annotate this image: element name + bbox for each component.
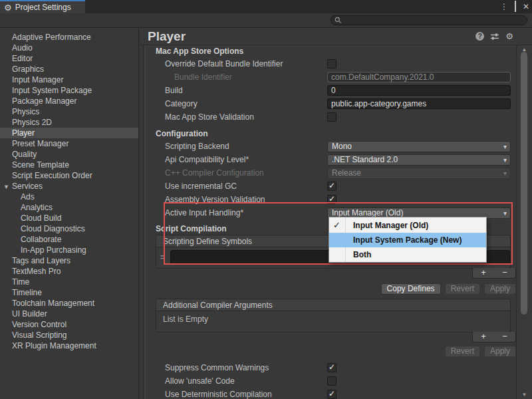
remove-argument-button[interactable]: −: [494, 332, 515, 342]
sidebar-item-version-control[interactable]: Version Control: [0, 319, 138, 330]
revert-button-2[interactable]: Revert: [445, 346, 480, 357]
sidebar-item-player[interactable]: Player: [0, 128, 138, 138]
sidebar-item-scene-template[interactable]: Scene Template: [0, 160, 138, 170]
sidebar-item-preset-manager[interactable]: Preset Manager: [0, 138, 138, 149]
sidebar-item-adaptive-performance[interactable]: Adaptive Performance: [0, 32, 138, 43]
sidebar-item-collaborate[interactable]: Collaborate: [0, 234, 138, 245]
menu-item-input-system-package-new[interactable]: Input System Package (New): [329, 233, 486, 247]
category-field[interactable]: public.app-category.games: [327, 98, 511, 109]
sidebar-item-label: UI Builder: [12, 309, 47, 319]
setting-row: Override Default Bundle Identifier: [140, 57, 516, 70]
field-label: Build: [165, 84, 183, 97]
scroll-down-icon[interactable]: ▼: [517, 392, 532, 398]
sidebar-item-label: Physics: [12, 107, 39, 116]
setting-row: Assembly Version Validation: [140, 193, 516, 206]
sidebar-item-textmesh-pro[interactable]: TextMesh Pro: [0, 266, 138, 277]
chevron-down-icon: ▾: [503, 155, 507, 165]
search-icon: [334, 17, 342, 24]
field-label: Allow 'unsafe' Code: [165, 374, 235, 388]
sidebar-item-ads[interactable]: Ads: [0, 192, 138, 202]
maximize-icon[interactable]: [515, 1, 516, 12]
bundle-identifier-field: com.DefaultCompany.2021.0: [327, 72, 511, 82]
sidebar-item-physics[interactable]: Physics: [0, 106, 138, 117]
section-configuration: Configuration: [140, 128, 516, 140]
sidebar-item-cloud-diagnostics[interactable]: Cloud Diagnostics: [0, 223, 138, 234]
mac-app-store-validation-checkbox[interactable]: [327, 112, 336, 122]
gear-icon[interactable]: ⚙: [505, 32, 513, 41]
sidebar-item-cloud-build[interactable]: Cloud Build: [0, 213, 138, 223]
scripting-backend-dropdown[interactable]: Mono▾: [327, 141, 511, 152]
sidebar-item-analytics[interactable]: Analytics: [0, 202, 138, 213]
sidebar-item-label: Cloud Diagnostics: [21, 224, 85, 233]
use-deterministic-compilation-checkbox[interactable]: [327, 390, 336, 399]
tab-title: Project Settings: [15, 3, 71, 12]
field-label: Use incremental GC: [165, 180, 237, 193]
sidebar-item-quality[interactable]: Quality: [0, 149, 138, 160]
foldout-arrow-icon[interactable]: ▼: [3, 182, 9, 192]
setting-row: Use Deterministic Compilation: [140, 388, 516, 399]
sidebar-item-input-manager[interactable]: Input Manager: [0, 74, 138, 85]
revert-button[interactable]: Revert: [445, 283, 480, 295]
drag-handle-icon[interactable]: =: [160, 253, 165, 262]
project-settings-window: ⚙ Project Settings ⋮ ✕ Adaptive Performa…: [0, 0, 532, 399]
sidebar-item-visual-scripting[interactable]: Visual Scripting: [0, 330, 138, 340]
sidebar-item-label: Script Execution Order: [12, 171, 92, 180]
sidebar-item-timeline[interactable]: Timeline: [0, 287, 138, 298]
sidebar-item-package-manager[interactable]: Package Manager: [0, 96, 138, 106]
tab-bar: ⚙ Project Settings ⋮ ✕: [0, 0, 532, 13]
setting-row: C++ Compiler ConfigurationRelease▾: [140, 166, 516, 180]
close-icon[interactable]: ✕: [523, 3, 529, 11]
preset-icon[interactable]: [490, 33, 499, 41]
sidebar-item-tags-and-layers[interactable]: Tags and Layers: [0, 255, 138, 266]
help-icon[interactable]: ?: [475, 32, 484, 41]
menu-item-both[interactable]: Both: [329, 247, 486, 262]
use-incremental-gc-checkbox[interactable]: [327, 182, 336, 191]
sidebar-item-services[interactable]: ▼Services: [0, 181, 138, 192]
suppress-common-warnings-checkbox[interactable]: [327, 363, 336, 372]
menu-item-label: Input Manager (Old): [353, 221, 428, 230]
sidebar-item-label: In-App Purchasing: [21, 245, 86, 255]
sidebar-item-script-execution-order[interactable]: Script Execution Order: [0, 170, 138, 181]
sidebar-item-in-app-purchasing[interactable]: In-App Purchasing: [0, 245, 138, 255]
sidebar-item-label: Preset Manager: [12, 139, 68, 148]
sidebar-item-time[interactable]: Time: [0, 277, 138, 287]
sidebar-item-label: Tags and Layers: [12, 256, 70, 265]
sidebar-item-toolchain-management[interactable]: Toolchain Management: [0, 298, 138, 309]
sidebar-item-xr-plugin-management[interactable]: XR Plugin Management: [0, 340, 138, 351]
copy-defines-button[interactable]: Copy Defines: [381, 283, 441, 295]
sidebar-item-ui-builder[interactable]: UI Builder: [0, 309, 138, 319]
setting-row: Categorypublic.app-category.games: [140, 97, 516, 110]
tab-project-settings[interactable]: ⚙ Project Settings: [0, 0, 85, 13]
sidebar-item-label: Editor: [12, 54, 33, 63]
setting-row: Allow 'unsafe' Code: [140, 374, 516, 388]
allow-unsafe-code-checkbox[interactable]: [327, 376, 336, 386]
apply-button[interactable]: Apply: [484, 283, 516, 295]
sidebar-item-graphics[interactable]: Graphics: [0, 64, 138, 74]
remove-define-button[interactable]: −: [494, 268, 515, 278]
setting-row: Bundle Identifiercom.DefaultCompany.2021…: [140, 70, 516, 84]
apply-button-2[interactable]: Apply: [484, 346, 516, 357]
additional-compiler-arguments-box: Additional Compiler Arguments List is Em…: [156, 299, 511, 332]
override-default-bundle-identifier-checkbox[interactable]: [327, 59, 336, 68]
sidebar-item-physics-2d[interactable]: Physics 2D: [0, 117, 138, 128]
field-label: Override Default Bundle Identifier: [165, 57, 283, 70]
sidebar-item-label: Version Control: [12, 320, 66, 329]
scrollbar-thumb[interactable]: [521, 52, 527, 315]
field-label: Assembly Version Validation: [165, 193, 265, 206]
dropdown-value: .NET Standard 2.0: [332, 155, 398, 164]
vertical-scrollbar: ▲ ▼: [516, 45, 532, 399]
window-menu-icon[interactable]: ⋮: [500, 3, 508, 11]
sidebar-item-label: Graphics: [12, 65, 44, 74]
add-argument-button[interactable]: +: [473, 332, 494, 342]
assembly-version-validation-checkbox[interactable]: [327, 195, 336, 204]
search-input[interactable]: [331, 15, 527, 25]
sidebar-item-input-system-package[interactable]: Input System Package: [0, 85, 138, 96]
menu-item-input-manager-old[interactable]: ✓Input Manager (Old): [329, 218, 486, 233]
sidebar-item-audio[interactable]: Audio: [0, 43, 138, 53]
build-field[interactable]: 0: [327, 85, 511, 96]
api-compatibility-level-dropdown[interactable]: .NET Standard 2.0▾: [327, 154, 511, 166]
add-define-button[interactable]: +: [473, 268, 494, 278]
field-label: Api Compatibility Level*: [165, 153, 249, 166]
sidebar-item-label: Visual Scripting: [12, 331, 67, 340]
sidebar-item-editor[interactable]: Editor: [0, 53, 138, 64]
